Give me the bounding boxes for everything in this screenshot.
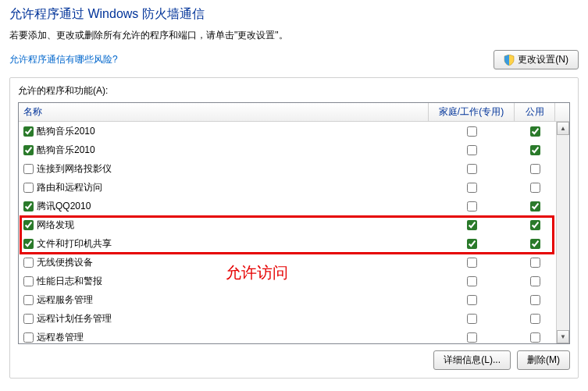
public-checkbox[interactable] xyxy=(530,145,540,155)
program-name: 酷狗音乐2010 xyxy=(37,125,95,138)
program-name: 连接到网络投影仪 xyxy=(37,162,112,176)
table-row[interactable]: 路由和远程访问 xyxy=(19,178,569,197)
change-settings-label: 更改设置(N) xyxy=(518,53,568,66)
public-checkbox[interactable] xyxy=(530,258,540,268)
program-name: 网络发现 xyxy=(37,219,74,232)
table-body: 酷狗音乐2010酷狗音乐2010连接到网络投影仪路由和远程访问腾讯QQ2010网… xyxy=(19,122,569,343)
table-row[interactable]: 无线便携设备 xyxy=(19,253,569,272)
program-name: 酷狗音乐2010 xyxy=(37,144,95,157)
public-checkbox[interactable] xyxy=(530,239,540,249)
details-button[interactable]: 详细信息(L)... xyxy=(433,350,511,370)
program-name: 性能日志和警报 xyxy=(37,275,102,288)
enable-checkbox[interactable] xyxy=(23,220,34,230)
col-header-public[interactable]: 公用 xyxy=(515,103,555,121)
table-row[interactable]: 酷狗音乐2010 xyxy=(19,140,569,159)
page-title: 允许程序通过 Windows 防火墙通信 xyxy=(9,6,579,23)
home-checkbox[interactable] xyxy=(467,258,477,268)
program-name: 远程计划任务管理 xyxy=(37,312,112,325)
enable-checkbox[interactable] xyxy=(23,239,34,249)
vertical-scrollbar[interactable]: ▲ ▼ xyxy=(556,122,569,343)
enable-checkbox[interactable] xyxy=(23,332,34,343)
public-checkbox[interactable] xyxy=(530,295,540,305)
change-settings-button[interactable]: 更改设置(N) xyxy=(494,50,579,69)
home-checkbox[interactable] xyxy=(467,220,477,230)
table-row[interactable]: 性能日志和警报 xyxy=(19,272,569,290)
enable-checkbox[interactable] xyxy=(23,295,34,305)
col-header-name[interactable]: 名称 xyxy=(19,103,429,121)
program-name: 无线便携设备 xyxy=(37,256,93,269)
home-checkbox[interactable] xyxy=(467,164,477,174)
col-header-home[interactable]: 家庭/工作(专用) xyxy=(429,103,515,121)
enable-checkbox[interactable] xyxy=(23,126,34,137)
enable-checkbox[interactable] xyxy=(23,258,34,268)
enable-checkbox[interactable] xyxy=(23,314,34,324)
program-name: 腾讯QQ2010 xyxy=(37,200,91,213)
col-header-scroll xyxy=(555,103,569,121)
public-checkbox[interactable] xyxy=(530,332,540,343)
home-checkbox[interactable] xyxy=(467,201,477,211)
home-checkbox[interactable] xyxy=(467,183,477,193)
table-row[interactable]: 远程计划任务管理 xyxy=(19,309,569,328)
program-name: 远程服务管理 xyxy=(37,293,93,307)
home-checkbox[interactable] xyxy=(467,276,477,286)
enable-checkbox[interactable] xyxy=(23,276,34,286)
scroll-up-button[interactable]: ▲ xyxy=(557,122,569,135)
table-row[interactable]: 网络发现 xyxy=(19,215,569,234)
enable-checkbox[interactable] xyxy=(23,145,34,155)
program-name: 文件和打印机共享 xyxy=(37,237,112,251)
delete-button[interactable]: 删除(M) xyxy=(517,350,570,370)
table-row[interactable]: 酷狗音乐2010 xyxy=(19,122,569,140)
panel-label: 允许的程序和功能(A): xyxy=(18,84,570,98)
table-header: 名称 家庭/工作(专用) 公用 xyxy=(19,103,569,122)
table-row[interactable]: 远程卷管理 xyxy=(19,328,569,343)
public-checkbox[interactable] xyxy=(530,220,540,230)
program-name: 远程卷管理 xyxy=(37,331,84,344)
scroll-down-button[interactable]: ▼ xyxy=(557,330,569,343)
public-checkbox[interactable] xyxy=(530,201,540,211)
public-checkbox[interactable] xyxy=(530,126,540,137)
enable-checkbox[interactable] xyxy=(23,183,34,193)
home-checkbox[interactable] xyxy=(467,314,477,324)
table-row[interactable]: 远程服务管理 xyxy=(19,290,569,309)
shield-icon xyxy=(504,55,515,66)
enable-checkbox[interactable] xyxy=(23,201,34,211)
home-checkbox[interactable] xyxy=(467,239,477,249)
public-checkbox[interactable] xyxy=(530,276,540,286)
table-row[interactable]: 连接到网络投影仪 xyxy=(19,159,569,178)
public-checkbox[interactable] xyxy=(530,183,540,193)
risk-link[interactable]: 允许程序通信有哪些风险? xyxy=(9,53,118,66)
programs-table: 名称 家庭/工作(专用) 公用 酷狗音乐2010酷狗音乐2010连接到网络投影仪… xyxy=(18,102,570,344)
home-checkbox[interactable] xyxy=(467,295,477,305)
public-checkbox[interactable] xyxy=(530,164,540,174)
program-name: 路由和远程访问 xyxy=(37,181,102,194)
enable-checkbox[interactable] xyxy=(23,164,34,174)
page-subtitle: 若要添加、更改或删除所有允许的程序和端口，请单击"更改设置"。 xyxy=(9,29,579,42)
home-checkbox[interactable] xyxy=(467,332,477,343)
home-checkbox[interactable] xyxy=(467,145,477,155)
table-row[interactable]: 文件和打印机共享 xyxy=(19,234,569,253)
table-row[interactable]: 腾讯QQ2010 xyxy=(19,197,569,215)
allowed-programs-panel: 允许的程序和功能(A): 名称 家庭/工作(专用) 公用 酷狗音乐2010酷狗音… xyxy=(9,77,579,379)
home-checkbox[interactable] xyxy=(467,126,477,137)
public-checkbox[interactable] xyxy=(530,314,540,324)
